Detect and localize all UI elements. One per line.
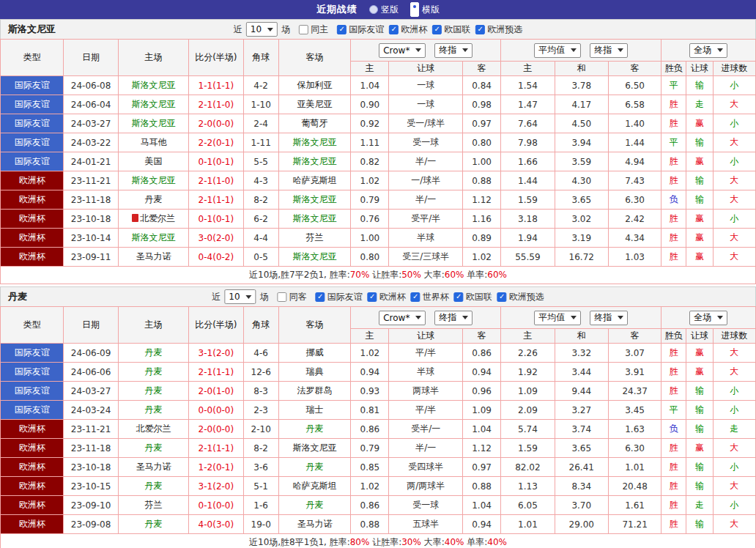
home-team-link[interactable]: 丹麦 — [118, 363, 188, 382]
away-team-link[interactable]: 瑞士 — [278, 401, 350, 420]
handicap-odds-home: 1.04 — [351, 76, 389, 95]
home-team-link[interactable]: 斯洛文尼亚 — [118, 114, 188, 133]
league-filter-checkbox[interactable]: ✓国际友谊 — [337, 23, 384, 36]
col-header-home: 主场 — [118, 40, 188, 76]
checkbox-checked-icon[interactable]: ✓ — [454, 292, 464, 302]
away-team-link[interactable]: 丹麦 — [278, 420, 350, 439]
home-team-link[interactable]: 圣马力诺 — [118, 458, 188, 477]
average-select[interactable]: 平均值 — [534, 311, 581, 325]
home-team-link[interactable]: 丹麦 — [118, 515, 188, 534]
result-outcome: 负 — [662, 190, 686, 210]
away-team-link[interactable]: 瑞典 — [278, 363, 350, 382]
match-count-select[interactable]: 10 — [246, 22, 278, 37]
away-team-link[interactable]: 斯洛文尼亚 — [278, 248, 350, 267]
home-team-link[interactable]: 斯洛文尼亚 — [118, 76, 188, 95]
odds-time-select-2[interactable]: 终指 — [590, 311, 628, 325]
away-team-link[interactable]: 斯洛文尼亚 — [278, 439, 350, 458]
bookmaker-select[interactable]: Crow* — [379, 43, 426, 58]
home-team-link[interactable]: 美国 — [118, 152, 188, 171]
checkbox-checked-icon[interactable]: ✓ — [316, 292, 325, 302]
corner-count: 12-6 — [243, 363, 278, 382]
home-team-link[interactable]: 芬兰 — [118, 496, 188, 515]
period-select[interactable]: 全场 — [689, 43, 727, 58]
checkbox-checked-icon[interactable]: ✓ — [337, 25, 346, 34]
away-team-link[interactable]: 斯洛文尼亚 — [278, 210, 350, 229]
checkbox-unchecked-icon[interactable] — [278, 292, 287, 302]
summary-text: 近10场,胜8平1负1, 胜率: — [249, 537, 350, 547]
league-filter-checkbox[interactable]: ✓欧国联 — [454, 291, 492, 303]
checkbox-checked-icon[interactable]: ✓ — [432, 25, 442, 34]
checkbox-checked-icon[interactable]: ✓ — [389, 25, 399, 34]
odds-time-select-2[interactable]: 终指 — [590, 43, 628, 58]
league-filter-label: 欧洲杯 — [401, 23, 427, 36]
away-team-link[interactable]: 葡萄牙 — [278, 114, 350, 133]
home-team-link[interactable]: 丹麦 — [118, 344, 188, 363]
home-team-link[interactable]: 丹麦 — [118, 382, 188, 401]
radio-unselected-icon[interactable] — [369, 5, 378, 14]
away-team-link[interactable]: 丹麦 — [278, 496, 350, 515]
result-outcome: 胜 — [662, 439, 686, 458]
near-label: 近 — [234, 23, 242, 36]
home-team-link[interactable]: 圣马力诺 — [118, 248, 188, 267]
checkbox-checked-icon[interactable]: ✓ — [497, 292, 507, 302]
home-team-link[interactable]: 斯洛文尼亚 — [118, 229, 188, 248]
same-venue-checkbox[interactable]: 同客 — [278, 291, 307, 303]
away-team-link[interactable]: 圣马力诺 — [278, 515, 350, 534]
odds-time-select-1[interactable]: 终指 — [434, 43, 472, 58]
away-team-link[interactable]: 芬兰 — [278, 229, 350, 248]
away-team-link[interactable]: 哈萨克斯坦 — [278, 477, 350, 496]
average-select[interactable]: 平均值 — [534, 43, 581, 58]
away-team-link[interactable]: 亚美尼亚 — [278, 95, 350, 114]
league-filter-label: 国际友谊 — [349, 23, 384, 36]
home-team-link[interactable]: 丹麦 — [118, 477, 188, 496]
away-team-link[interactable]: 挪威 — [278, 344, 350, 363]
checkbox-checked-icon[interactable]: ✓ — [475, 25, 485, 34]
match-count-select[interactable]: 10 — [224, 289, 256, 304]
period-select[interactable]: 全场 — [689, 311, 727, 325]
result-goals: 小 — [713, 401, 755, 420]
league-filter-checkbox[interactable]: ✓欧洲杯 — [389, 23, 427, 36]
away-team-link[interactable]: 斯洛文尼亚 — [278, 152, 350, 171]
away-team-link[interactable]: 丹麦 — [278, 458, 350, 477]
league-filter-checkbox[interactable]: ✓世界杯 — [411, 291, 449, 303]
handicap-odds-home: 0.88 — [351, 515, 389, 534]
away-team-link[interactable]: 斯洛文尼亚 — [278, 190, 350, 210]
avg-odds-draw: 29.00 — [555, 515, 608, 534]
away-team-link[interactable]: 保加利亚 — [278, 76, 350, 95]
same-venue-checkbox[interactable]: 同主 — [299, 23, 328, 36]
away-team-link[interactable]: 法罗群岛 — [278, 382, 350, 401]
avg-odds-draw: 9.44 — [555, 382, 608, 401]
match-count-value: 10 — [251, 24, 262, 34]
layout-radio-vertical[interactable]: 竖版 — [369, 4, 399, 16]
home-team-link[interactable]: 北爱尔兰 — [118, 420, 188, 439]
league-filter-checkbox[interactable]: ✓欧洲预选 — [475, 23, 522, 36]
result-handicap: 赢 — [686, 114, 713, 133]
result-goals: 小 — [713, 152, 755, 171]
league-filter-checkbox[interactable]: ✓欧洲预选 — [497, 291, 544, 303]
home-team-link[interactable]: 北爱尔兰 — [118, 210, 188, 229]
match-score: 1-1(1-1) — [189, 76, 243, 95]
result-outcome: 平 — [662, 76, 686, 95]
league-type-badge: 欧洲杯 — [1, 477, 64, 496]
checkbox-checked-icon[interactable]: ✓ — [411, 292, 420, 302]
odds-time-select-1[interactable]: 终指 — [434, 311, 472, 325]
league-filter-checkbox[interactable]: ✓欧国联 — [432, 23, 470, 36]
checkbox-checked-icon[interactable]: ✓ — [368, 292, 377, 302]
corner-count: 4-4 — [243, 229, 278, 248]
league-filter-checkbox[interactable]: ✓欧洲杯 — [368, 291, 406, 303]
home-team-link[interactable]: 丹麦 — [118, 401, 188, 420]
bookmaker-select[interactable]: Crow* — [379, 311, 426, 325]
radio-selected-icon[interactable] — [410, 2, 419, 17]
checkbox-unchecked-icon[interactable] — [299, 25, 308, 34]
home-team-link[interactable]: 丹麦 — [118, 190, 188, 210]
col-header-odds-home: 主 — [351, 329, 389, 344]
league-filter-checkbox[interactable]: ✓国际友谊 — [316, 291, 363, 303]
away-team-link[interactable]: 斯洛文尼亚 — [278, 133, 350, 152]
away-team-link[interactable]: 哈萨克斯坦 — [278, 171, 350, 190]
avg-odds-home: 2.09 — [501, 401, 555, 420]
home-team-link[interactable]: 马耳他 — [118, 133, 188, 152]
layout-radio-horizontal[interactable]: 横版 — [410, 2, 440, 17]
home-team-link[interactable]: 丹麦 — [118, 439, 188, 458]
home-team-link[interactable]: 斯洛文尼亚 — [118, 171, 188, 190]
home-team-link[interactable]: 斯洛文尼亚 — [118, 95, 188, 114]
